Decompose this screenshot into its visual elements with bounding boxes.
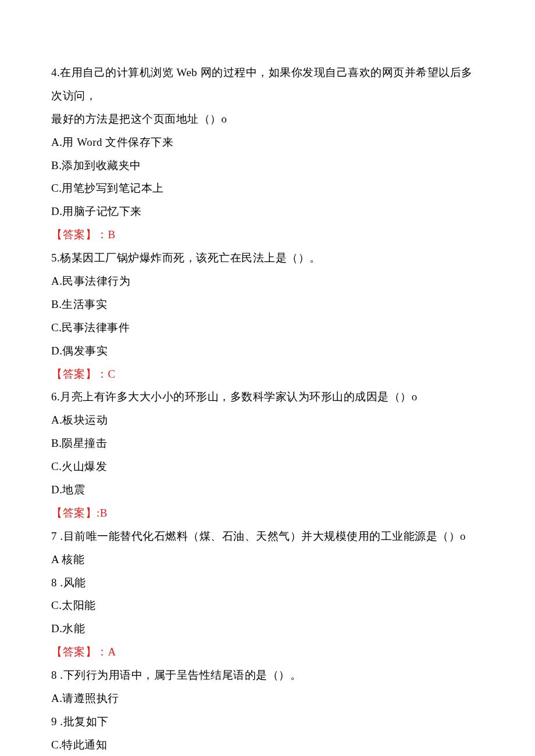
question-7: 7 .目前唯一能替代化石燃料（煤、石油、天然气）并大规模使用的工业能源是（）o …	[51, 525, 484, 664]
question-6: 6.月亮上有许多大大小小的环形山，多数科学家认为环形山的成因是（）o A.板块运…	[51, 385, 484, 524]
option-d: D.地震	[51, 478, 484, 501]
option-b: B.生活事实	[51, 293, 484, 316]
option-c: C.民事法律事件	[51, 316, 484, 339]
answer-label: 【答案】：C	[51, 363, 484, 386]
option-a: A 核能	[51, 548, 484, 571]
option-b: 8 .风能	[51, 571, 484, 594]
question-text: 8 .下列行为用语中，属于呈告性结尾语的是（）。	[51, 664, 484, 687]
option-c: C.太阳能	[51, 594, 484, 617]
question-text-line: 最好的方法是把这个页面地址（）o	[51, 108, 484, 131]
option-b: B.陨星撞击	[51, 432, 484, 455]
question-text-line: 4.在用自己的计算机浏览 Web 网的过程中，如果你发现自己喜欢的网页并希望以后…	[51, 61, 484, 108]
question-8: 8 .下列行为用语中，属于呈告性结尾语的是（）。 A.请遵照执行 9 .批复如下…	[51, 664, 484, 756]
option-a: A.板块运动	[51, 409, 484, 432]
answer-label: 【答案】：B	[51, 223, 484, 246]
option-a: A.请遵照执行	[51, 687, 484, 710]
option-b: 9 .批复如下	[51, 710, 484, 733]
option-d: D.偶发事实	[51, 339, 484, 363]
question-text: 6.月亮上有许多大大小小的环形山，多数科学家认为环形山的成因是（）o	[51, 385, 484, 409]
document-page: 4.在用自己的计算机浏览 Web 网的过程中，如果你发现自己喜欢的网页并希望以后…	[0, 0, 535, 756]
question-text: 5.杨某因工厂锅炉爆炸而死，该死亡在民法上是（）。	[51, 246, 484, 270]
option-c: C.火山爆发	[51, 455, 484, 478]
option-d: D.水能	[51, 617, 484, 640]
answer-label: 【答案】：A	[51, 640, 484, 664]
question-text: 7 .目前唯一能替代化石燃料（煤、石油、天然气）并大规模使用的工业能源是（）o	[51, 525, 484, 548]
answer-label: 【答案】:B	[51, 501, 484, 525]
question-4: 4.在用自己的计算机浏览 Web 网的过程中，如果你发现自己喜欢的网页并希望以后…	[51, 61, 484, 246]
option-d: D.用脑子记忆下来	[51, 200, 484, 223]
option-c: C.用笔抄写到笔记本上	[51, 177, 484, 200]
option-a: A.民事法律行为	[51, 270, 484, 293]
option-a: A.用 Word 文件保存下来	[51, 131, 484, 154]
question-5: 5.杨某因工厂锅炉爆炸而死，该死亡在民法上是（）。 A.民事法律行为 B.生活事…	[51, 246, 484, 385]
option-b: B.添加到收藏夹中	[51, 154, 484, 177]
option-c: C.特此通知	[51, 733, 484, 756]
